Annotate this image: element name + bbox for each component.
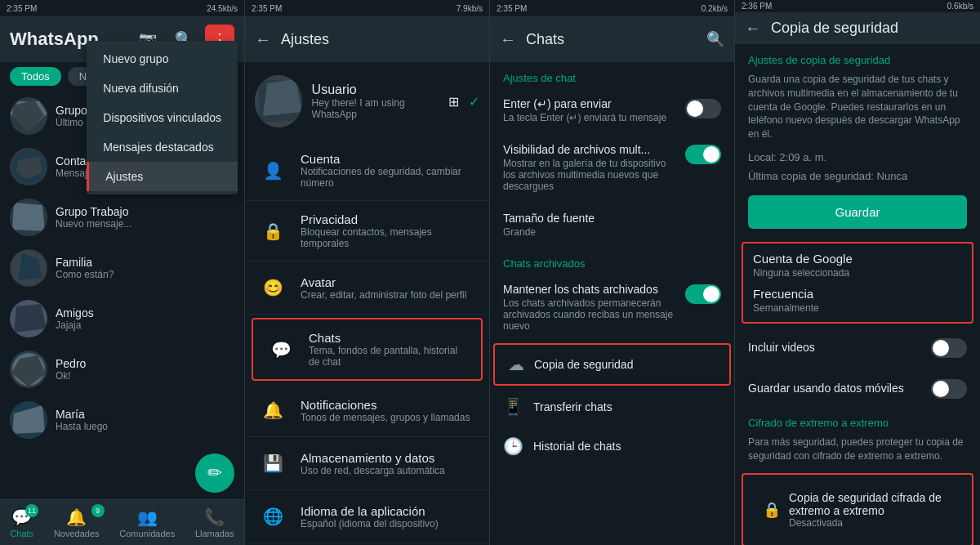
google-account-box[interactable]: Cuenta de Google Ninguna seleccionada Fr… — [742, 242, 973, 324]
avatar — [10, 148, 47, 185]
communities-icon: 👥 — [137, 507, 158, 527]
include-videos-title: Incluir videos — [748, 341, 815, 354]
nav-chats-label: Chats — [10, 529, 33, 538]
new-chat-fab[interactable]: ✏ — [195, 453, 234, 493]
avatar — [10, 401, 47, 439]
settings-language[interactable]: 🌐 Idioma de la aplicación Español (idiom… — [245, 490, 489, 543]
e2e-subtitle: Desactivada — [789, 517, 952, 529]
transfer-icon: 📱 — [503, 397, 523, 417]
menu-settings[interactable]: Ajustes — [87, 162, 238, 191]
dropdown-menu: Nuevo grupo Nueva difusión Dispositivos … — [87, 41, 238, 194]
settings-chats[interactable]: 💬 Chats Tema, fondos de pantalla, histor… — [252, 318, 483, 381]
speed-4: 0.6kb/s — [947, 2, 973, 11]
back-button-chats[interactable]: ← — [500, 30, 516, 49]
backup-row[interactable]: ☁ Copia de seguridad — [493, 343, 731, 386]
avatar — [10, 249, 47, 287]
chats-settings-icon: 💬 — [266, 335, 296, 364]
settings-account[interactable]: 👤 Cuenta Notificaciones de seguridad, ca… — [245, 141, 489, 201]
menu-linked-devices[interactable]: Dispositivos vinculados — [87, 103, 238, 132]
settings-title: Ajustes — [281, 31, 329, 48]
frequency-title: Frecuencia — [753, 287, 962, 301]
settings-notifications[interactable]: 🔔 Notificaciones Tonos de mensajes, grup… — [245, 384, 489, 437]
privacy-icon: 🔒 — [258, 217, 287, 246]
nav-updates[interactable]: 🔔 Novedades 9 — [54, 507, 100, 538]
enter-to-send-row[interactable]: Enter (↵) para enviar La tecla Enter (↵)… — [490, 87, 734, 133]
profile-avatar — [255, 75, 302, 127]
last-backup: Última copia de seguridad: Nunca — [735, 167, 980, 185]
list-item[interactable]: Familia Como están? — [0, 243, 244, 293]
e2e-backup-box[interactable]: 🔒 Copia de seguridad cifrada de extremo … — [742, 473, 973, 545]
chat-history-row[interactable]: 🕒 Historial de chats — [490, 427, 734, 466]
backup-header: ← Copia de seguridad — [735, 12, 980, 44]
settings-privacy[interactable]: 🔒 Privacidad Bloquear contactos, mensaje… — [245, 201, 489, 261]
qr-icon[interactable]: ⊞ — [448, 94, 459, 109]
time-1: 2:35 PM — [7, 4, 37, 13]
mobile-data-toggle[interactable] — [931, 379, 967, 399]
menu-starred-messages[interactable]: Mensajes destacados — [87, 132, 238, 162]
include-videos-toggle[interactable] — [931, 338, 967, 358]
nav-chats[interactable]: 💬 Chats 11 — [10, 507, 33, 538]
nav-updates-label: Novedades — [54, 529, 100, 538]
list-item[interactable]: María Hasta luego — [0, 395, 244, 445]
chat-settings-label: Ajustes de chat — [490, 62, 734, 87]
chats-header: ← Chats 🔍 — [490, 16, 734, 62]
backup-section-title: Ajustes de copia de seguridad — [735, 44, 980, 69]
menu-new-group[interactable]: Nuevo grupo — [87, 44, 238, 74]
calls-icon: 📞 — [204, 507, 225, 527]
chat-settings-section: Ajustes de chat Enter (↵) para enviar La… — [490, 62, 734, 248]
list-item[interactable]: Pedro Ok! — [0, 344, 244, 395]
nav-calls[interactable]: 📞 Llamadas — [195, 507, 234, 538]
nav-calls-label: Llamadas — [195, 529, 234, 538]
menu-new-broadcast[interactable]: Nueva difusión — [87, 74, 238, 103]
time-3: 2:35 PM — [497, 4, 527, 13]
search-chats-icon[interactable]: 🔍 — [706, 30, 724, 48]
profile-status: Hey there! I am using WhatsApp — [312, 97, 439, 120]
list-item[interactable]: Amigos Jajaja — [0, 293, 244, 344]
status-bar-3: 2:35 PM 0.2kb/s — [490, 0, 734, 16]
e2e-description: Para más seguridad, puedes proteger tu c… — [735, 432, 980, 470]
avatar — [10, 351, 47, 388]
google-account-subtitle: Ninguna seleccionada — [753, 267, 962, 279]
chats-badge: 11 — [25, 504, 38, 517]
settings-storage[interactable]: 💾 Almacenamiento y datos Uso de red, des… — [245, 437, 489, 490]
enter-send-toggle[interactable] — [685, 99, 721, 118]
settings-avatar[interactable]: 😊 Avatar Crear, editar, administrar foto… — [245, 261, 489, 315]
keep-archived-toggle[interactable] — [685, 284, 721, 304]
mobile-data-row[interactable]: Guardar usando datos móviles — [735, 368, 980, 409]
profile-section[interactable]: Usuario Hey there! I am using WhatsApp ⊞… — [245, 62, 489, 141]
back-button-settings[interactable]: ← — [255, 30, 271, 49]
svg-marker-5 — [12, 203, 45, 231]
local-time: Local: 2:09 a. m. — [735, 148, 980, 167]
language-icon: 🌐 — [258, 502, 287, 531]
mobile-data-title: Guardar usando datos móviles — [748, 382, 904, 395]
speed-1: 24.5kb/s — [207, 4, 238, 13]
transfer-chats-row[interactable]: 📱 Transferir chats — [490, 387, 734, 427]
back-button-backup[interactable]: ← — [745, 19, 761, 38]
storage-icon: 💾 — [258, 449, 287, 478]
nav-communities-label: Comunidades — [119, 529, 175, 538]
status-bar-4: 2:36 PM 0.6kb/s — [735, 0, 980, 12]
save-backup-button[interactable]: Guardar — [748, 195, 967, 229]
time-2: 2:35 PM — [252, 4, 282, 13]
google-account-title: Cuenta de Google — [753, 252, 962, 266]
e2e-title: Copia de seguridad cifrada de extremo a … — [789, 491, 952, 517]
nav-communities[interactable]: 👥 Comunidades — [119, 507, 175, 538]
app-title: WhatsApp — [10, 29, 99, 50]
checkmark-icon: ✓ — [469, 94, 479, 109]
list-item[interactable]: Grupo Trabajo Nuevo mensaje... — [0, 192, 244, 243]
font-size-row[interactable]: Tamaño de fuente Grande — [490, 202, 734, 248]
svg-marker-16 — [263, 79, 302, 116]
notifications-icon: 🔔 — [258, 395, 287, 425]
settings-header: ← Ajustes — [245, 16, 489, 62]
filter-all[interactable]: Todos — [10, 67, 61, 86]
speed-2: 7.9kb/s — [457, 4, 483, 13]
settings-panel: 2:35 PM 7.9kb/s ← Ajustes Usuario Hey th… — [245, 0, 490, 545]
backup-panel: 2:36 PM 0.6kb/s ← Copia de seguridad Aju… — [735, 0, 980, 545]
chat-list-panel: 2:35 PM 24.5kb/s WhatsApp 📷 🔍 ⋮ Nuevo gr… — [0, 0, 245, 545]
media-visibility-toggle[interactable] — [685, 145, 721, 164]
chats-settings-title: Chats — [526, 31, 564, 48]
avatar — [10, 199, 47, 236]
media-visibility-row[interactable]: Visibilidad de archivos mult... Mostrar … — [490, 133, 734, 202]
keep-archived-row[interactable]: Mantener los chats archivados Los chats … — [490, 273, 734, 342]
include-videos-row[interactable]: Incluir videos — [735, 327, 980, 368]
